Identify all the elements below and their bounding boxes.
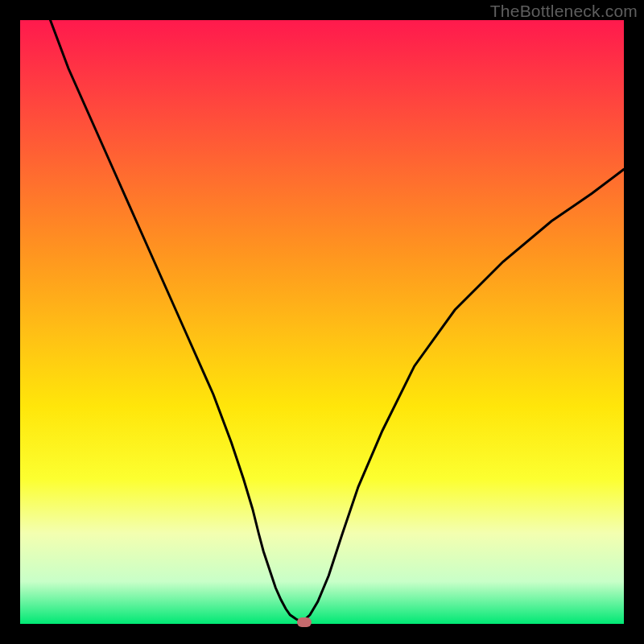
curve-layer — [20, 20, 624, 624]
bottleneck-plot — [20, 20, 624, 624]
curve-left-branch — [51, 20, 303, 622]
curve-right-branch — [302, 169, 624, 622]
watermark-text: TheBottleneck.com — [490, 2, 638, 21]
minimum-marker — [297, 617, 312, 627]
chart-frame: TheBottleneck.com — [0, 0, 644, 644]
